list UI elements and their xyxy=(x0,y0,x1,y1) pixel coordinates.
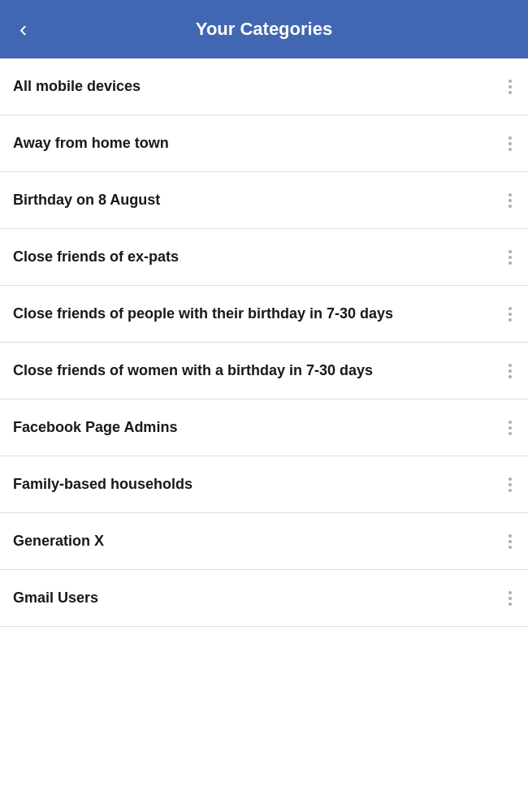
category-label: Birthday on 8 August xyxy=(13,190,505,209)
category-label: All mobile devices xyxy=(13,76,505,96)
category-label: Close friends of women with a birthday i… xyxy=(13,361,505,380)
more-options-icon[interactable] xyxy=(505,76,515,97)
more-options-icon[interactable] xyxy=(505,304,515,325)
more-options-icon[interactable] xyxy=(505,417,515,438)
back-button[interactable]: ‹ xyxy=(13,11,33,47)
list-item[interactable]: Away from home town xyxy=(0,115,528,172)
more-options-icon[interactable] xyxy=(505,531,515,552)
more-options-icon[interactable] xyxy=(505,588,515,609)
more-options-icon[interactable] xyxy=(505,190,515,211)
category-label: Close friends of ex-pats xyxy=(13,247,505,266)
list-item[interactable]: Birthday on 8 August xyxy=(0,172,528,229)
more-options-icon[interactable] xyxy=(505,361,515,382)
more-options-icon[interactable] xyxy=(505,474,515,495)
more-options-icon[interactable] xyxy=(505,247,515,268)
category-label: Family-based households xyxy=(13,474,505,494)
list-item[interactable]: Close friends of ex-pats xyxy=(0,229,528,286)
list-item[interactable]: Facebook Page Admins xyxy=(0,400,528,456)
category-label: Facebook Page Admins xyxy=(13,417,505,437)
more-options-icon[interactable] xyxy=(505,133,515,154)
list-item[interactable]: Close friends of women with a birthday i… xyxy=(0,343,528,400)
category-label: Close friends of people with their birth… xyxy=(13,304,505,323)
category-label: Gmail Users xyxy=(13,588,505,607)
list-item[interactable]: Generation X xyxy=(0,513,528,570)
list-item[interactable]: All mobile devices xyxy=(0,58,528,115)
app-header: ‹ Your Categories xyxy=(0,0,528,58)
category-label: Away from home town xyxy=(13,133,505,153)
list-item[interactable]: Close friends of people with their birth… xyxy=(0,286,528,343)
categories-list: All mobile devicesAway from home townBir… xyxy=(0,58,528,627)
list-item[interactable]: Gmail Users xyxy=(0,570,528,627)
category-label: Generation X xyxy=(13,531,505,551)
page-title: Your Categories xyxy=(196,19,332,40)
list-item[interactable]: Family-based households xyxy=(0,456,528,513)
